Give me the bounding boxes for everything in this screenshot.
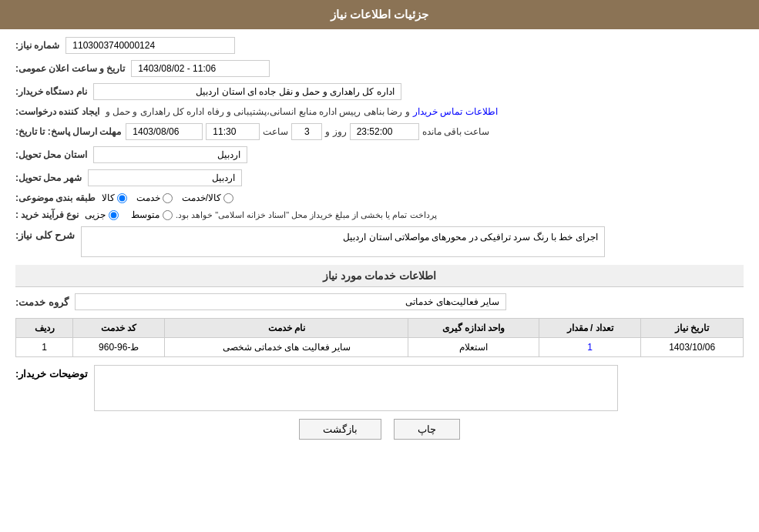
announcement-row: 1403/08/02 - 11:06 تاریخ و ساعت اعلان عم… xyxy=(15,60,744,77)
province-value: اردبیل xyxy=(93,146,247,163)
process-medium[interactable]: متوسط xyxy=(131,209,173,220)
col-qty: تعداد / مقدار xyxy=(539,319,641,338)
process-label: نوع فرآیند خرید : xyxy=(15,209,79,220)
request-number-label: شماره نیاز: xyxy=(15,40,59,51)
category-row: کالا/خدمت خدمت کالا طبقه بندی موضوعی: xyxy=(15,192,744,203)
sharh-section: اجرای خط با رنگ سرد ترافیکی در محورهای م… xyxy=(15,226,744,257)
table-cell: 1 xyxy=(16,338,73,357)
requester-org-value: اداره کل راهداری و حمل و نقل جاده ای است… xyxy=(93,83,401,100)
requester-org-label: نام دستگاه خریدار: xyxy=(15,86,87,97)
kala-label: کالا xyxy=(102,192,115,203)
category-options: کالا/خدمت خدمت کالا xyxy=(102,192,233,203)
col-name: نام خدمت xyxy=(165,319,408,338)
table-cell: 1403/10/06 xyxy=(641,338,744,357)
services-section-header: اطلاعات خدمات مورد نیاز xyxy=(15,265,744,287)
service-group-label: گروه خدمت: xyxy=(15,296,69,308)
col-unit: واحد اندازه گیری xyxy=(408,319,539,338)
announcement-label: تاریخ و ساعت اعلان عمومی: xyxy=(15,63,125,74)
radio-kala[interactable] xyxy=(117,193,127,203)
category-kala-service[interactable]: کالا/خدمت xyxy=(182,192,233,203)
kala-service-label: کالا/خدمت xyxy=(182,192,221,203)
category-kala[interactable]: کالا xyxy=(102,192,127,203)
services-table: تاریخ نیاز تعداد / مقدار واحد اندازه گیر… xyxy=(15,318,744,357)
main-content: 1103003740000124 شماره نیاز: 1403/08/02 … xyxy=(0,29,759,463)
creator-label: ایجاد کننده درخواست: xyxy=(15,106,99,117)
col-row: ردیف xyxy=(16,319,73,338)
table-cell: استعلام xyxy=(408,338,539,357)
creator-and: و xyxy=(405,106,410,117)
time-label: ساعت xyxy=(263,126,288,137)
process-partial[interactable]: جزیی xyxy=(85,209,119,220)
buyer-notes-box xyxy=(94,365,618,411)
buyer-notes-section: توضیحات خریدار: xyxy=(15,365,744,411)
radio-partial[interactable] xyxy=(109,210,119,220)
province-label: استان محل تحویل: xyxy=(15,149,87,160)
creator-text: رضا بناهی رییس اداره منابع انسانی،پشتیبا… xyxy=(106,106,402,117)
table-cell: سایر فعالیت های خدماتی شخصی xyxy=(165,338,408,357)
announcement-value: 1403/08/02 - 11:06 xyxy=(131,60,270,77)
sharh-value: اجرای خط با رنگ سرد ترافیکی در محورهای م… xyxy=(81,226,605,257)
requester-org-row: اداره کل راهداری و حمل و نقل جاده ای است… xyxy=(15,83,744,100)
request-number-value: 1103003740000124 xyxy=(65,37,235,54)
process-desc: پرداخت تمام یا بخشی از مبلغ خریداز محل "… xyxy=(176,210,437,220)
page-header: جزئیات اطلاعات نیاز xyxy=(0,0,759,29)
remaining-label: ساعت باقی مانده xyxy=(422,126,490,137)
remaining-box: ساعت باقی مانده 23:52:00 روز و 3 ساعت 11… xyxy=(126,123,489,140)
back-button[interactable]: بازگشت xyxy=(299,419,381,440)
print-button[interactable]: چاپ xyxy=(394,419,460,440)
page-wrapper: جزئیات اطلاعات نیاز 1103003740000124 شما… xyxy=(0,0,759,532)
deadline-date-value: 1403/08/06 xyxy=(126,123,203,140)
category-service[interactable]: خدمت xyxy=(136,192,173,203)
deadline-row: ساعت باقی مانده 23:52:00 روز و 3 ساعت 11… xyxy=(15,123,744,140)
city-label: شهر محل تحویل: xyxy=(15,172,82,183)
process-row: پرداخت تمام یا بخشی از مبلغ خریداز محل "… xyxy=(15,209,744,220)
request-number-row: 1103003740000124 شماره نیاز: xyxy=(15,37,744,54)
header-title: جزئیات اطلاعات نیاز xyxy=(331,8,428,21)
partial-label: جزیی xyxy=(85,209,106,220)
radio-medium[interactable] xyxy=(163,210,173,220)
city-value: اردبیل xyxy=(88,169,242,186)
radio-service[interactable] xyxy=(163,193,173,203)
sharh-label: شرح کلی نیاز: xyxy=(15,229,75,241)
table-cell: ط-96-960 xyxy=(73,338,165,357)
deadline-label: مهلت ارسال پاسخ: تا تاریخ: xyxy=(15,126,121,137)
col-date: تاریخ نیاز xyxy=(641,319,744,338)
service-group-value: سایر فعالیت‌های خدماتی xyxy=(75,293,506,310)
table-cell: 1 xyxy=(539,338,641,357)
service-label: خدمت xyxy=(136,192,160,203)
province-row: اردبیل استان محل تحویل: xyxy=(15,146,744,163)
deadline-time-value: 11:30 xyxy=(206,123,260,140)
days-value: 3 xyxy=(291,123,322,140)
footer-buttons: چاپ بازگشت xyxy=(15,419,744,455)
medium-label: متوسط xyxy=(131,209,160,220)
city-row: اردبیل شهر محل تحویل: xyxy=(15,169,744,186)
process-options: متوسط جزیی xyxy=(85,209,173,220)
buyer-notes-label: توضیحات خریدار: xyxy=(15,368,88,380)
day-and-label: روز و xyxy=(325,126,346,137)
remaining-value: 23:52:00 xyxy=(350,123,419,140)
service-group-row: سایر فعالیت‌های خدماتی گروه خدمت: xyxy=(15,293,744,310)
table-header-row: تاریخ نیاز تعداد / مقدار واحد اندازه گیر… xyxy=(16,319,744,338)
category-label: طبقه بندی موضوعی: xyxy=(15,192,96,203)
radio-kala-service[interactable] xyxy=(223,193,233,203)
creator-link[interactable]: اطلاعات تماس خریدار xyxy=(413,106,498,117)
table-row: 1403/10/061استعلامسایر فعالیت های خدماتی… xyxy=(16,338,744,357)
creator-row: اطلاعات تماس خریدار و رضا بناهی رییس ادا… xyxy=(15,106,744,117)
col-code: کد خدمت xyxy=(73,319,165,338)
